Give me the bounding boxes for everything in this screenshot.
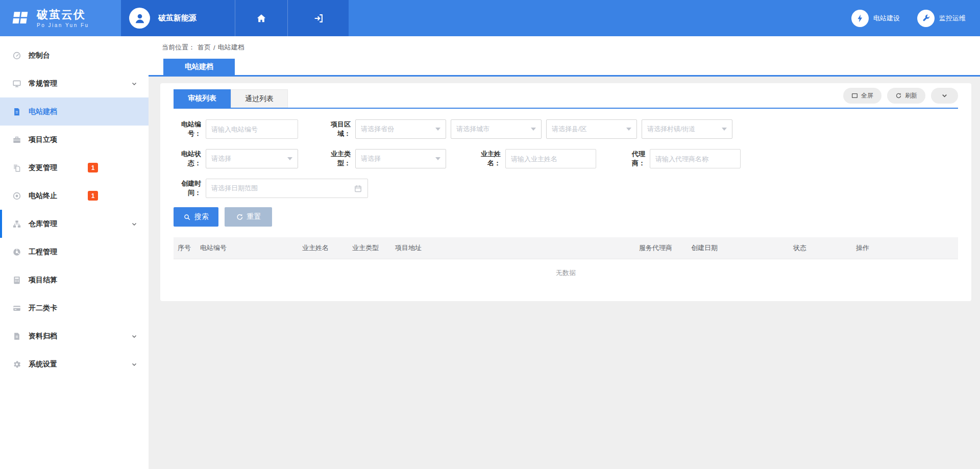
reset-button[interactable]: 重置 xyxy=(225,207,272,227)
logo-icon xyxy=(8,7,31,30)
dashboard-icon xyxy=(12,51,21,60)
home-icon xyxy=(256,13,267,24)
header-nav: 电站建设 监控运维 xyxy=(851,0,980,36)
nav-station-construction[interactable]: 电站建设 xyxy=(851,10,900,27)
caret-down-icon xyxy=(435,128,440,131)
table-header-row: 序号 电站编号 业主姓名 业主类型 项目地址 服务代理商 创建日期 状态 操作 xyxy=(174,237,958,259)
page-tab-strip: 电站建档 xyxy=(149,59,980,77)
station-status-select[interactable]: 请选择 xyxy=(206,149,298,168)
archive-icon xyxy=(12,332,21,341)
agent-input[interactable] xyxy=(650,149,741,168)
col-actions: 操作 xyxy=(852,237,958,259)
card-icon xyxy=(12,304,21,313)
refresh-icon xyxy=(895,92,902,99)
chevron-down-icon xyxy=(941,92,948,100)
agent-label: 代理商： xyxy=(621,150,650,168)
calculator-icon xyxy=(12,276,21,285)
sidebar-item-system-settings[interactable]: 系统设置 xyxy=(0,350,149,378)
empty-state-text: 无数据 xyxy=(174,259,958,287)
caret-down-icon xyxy=(626,128,631,131)
user-menu[interactable]: 破茧新能源 xyxy=(121,0,235,36)
station-status-label: 电站状态： xyxy=(174,150,206,168)
chevron-down-icon xyxy=(131,80,138,87)
owner-name-label: 业主姓名： xyxy=(471,150,505,168)
tab-approved-list[interactable]: 通过列表 xyxy=(231,89,288,108)
breadcrumb-home-link[interactable]: 首页 xyxy=(198,43,211,52)
owner-type-label: 业主类型： xyxy=(322,150,355,168)
sidebar-item-station-termination[interactable]: 电站终止 1 xyxy=(0,182,149,210)
breadcrumb-separator: / xyxy=(213,44,215,52)
sidebar-item-data-archive[interactable]: 资料归档 xyxy=(0,322,149,350)
region-label: 项目区域： xyxy=(322,120,355,138)
active-indicator xyxy=(0,210,2,238)
calendar-icon xyxy=(354,184,362,193)
station-no-input[interactable] xyxy=(206,119,298,139)
col-seq: 序号 xyxy=(174,237,196,259)
logout-button[interactable] xyxy=(287,0,349,36)
sidebar-item-project-initiation[interactable]: 项目立项 xyxy=(0,126,149,154)
results-table: 序号 电站编号 业主姓名 业主类型 项目地址 服务代理商 创建日期 状态 操作 xyxy=(174,237,958,259)
col-owner-name: 业主姓名 xyxy=(298,237,348,259)
town-select[interactable]: 请选择村镇/街道 xyxy=(642,119,732,139)
owner-name-input[interactable] xyxy=(505,149,596,168)
form-actions: 搜索 重置 xyxy=(174,207,958,227)
sidebar-item-engineering-management[interactable]: 工程管理 xyxy=(0,238,149,266)
app-header: 破茧云伏 Po Jian Yun Fu 破茧新能源 xyxy=(0,0,980,36)
collapse-button[interactable] xyxy=(931,88,958,104)
date-range-picker[interactable]: 请选择日期范围 xyxy=(206,179,368,198)
col-created-date: 创建日期 xyxy=(687,237,789,259)
province-select[interactable]: 请选择省份 xyxy=(355,119,446,139)
content-panel: 审核列表 通过列表 全屏 刷新 xyxy=(160,83,971,301)
nav-monitoring-ops[interactable]: 监控运维 xyxy=(917,10,966,27)
app-root: 破茧云伏 Po Jian Yun Fu 破茧新能源 xyxy=(0,0,980,469)
copy-icon xyxy=(12,163,21,172)
caret-down-icon xyxy=(722,128,727,131)
station-no-label: 电站编号： xyxy=(174,120,206,138)
panel-tab-row: 审核列表 通过列表 全屏 刷新 xyxy=(174,83,958,109)
page-tab-station-filing[interactable]: 电站建档 xyxy=(163,59,235,75)
logo-title: 破茧云伏 xyxy=(37,9,89,21)
caret-down-icon xyxy=(287,157,292,160)
company-name: 破茧新能源 xyxy=(158,13,197,23)
target-icon xyxy=(12,191,21,201)
search-icon xyxy=(183,213,191,221)
main-content: 当前位置： 首页 / 电站建档 电站建档 审核列表 通过列表 全屏 xyxy=(149,36,980,469)
breadcrumb-current: 电站建档 xyxy=(218,43,244,52)
chevron-down-icon xyxy=(131,333,138,340)
user-avatar-icon xyxy=(129,8,150,29)
panel-toolbar: 全屏 刷新 xyxy=(843,88,958,104)
gear-icon xyxy=(12,360,21,369)
sidebar-item-change-management[interactable]: 变更管理 1 xyxy=(0,154,149,182)
city-select[interactable]: 请选择城市 xyxy=(451,119,542,139)
caret-down-icon xyxy=(435,157,440,160)
sidebar-item-general-management[interactable]: 常规管理 xyxy=(0,69,149,97)
owner-type-select[interactable]: 请选择 xyxy=(355,149,446,168)
sidebar-item-project-settlement[interactable]: 项目结算 xyxy=(0,266,149,294)
reset-icon xyxy=(236,213,243,221)
sidebar-item-warehouse-management[interactable]: 仓库管理 xyxy=(0,210,149,238)
sidebar-item-station-filing[interactable]: 电站建档 xyxy=(0,97,149,126)
chevron-down-icon xyxy=(131,220,138,228)
sidebar-item-console[interactable]: 控制台 xyxy=(0,41,149,69)
fullscreen-button[interactable]: 全屏 xyxy=(843,88,881,104)
breadcrumb-prefix: 当前位置： xyxy=(162,43,195,52)
fullscreen-icon xyxy=(851,92,858,99)
lightning-icon xyxy=(851,10,869,27)
search-button[interactable]: 搜索 xyxy=(174,207,218,227)
breadcrumb: 当前位置： 首页 / 电站建档 xyxy=(149,36,980,59)
wrench-icon xyxy=(917,10,935,27)
logout-icon xyxy=(313,13,324,24)
monitor-icon xyxy=(12,79,21,88)
county-select[interactable]: 请选择县/区 xyxy=(546,119,637,139)
sidebar-item-open-class2-card[interactable]: 开二类卡 xyxy=(0,294,149,322)
col-status: 状态 xyxy=(789,237,852,259)
tab-review-list[interactable]: 审核列表 xyxy=(174,89,231,108)
col-service-agent: 服务代理商 xyxy=(635,237,687,259)
col-project-address: 项目地址 xyxy=(391,237,635,259)
search-filter-form: 电站编号： 项目区域： 请选择省份 请选择城市 xyxy=(174,119,958,227)
header-user-section: 破茧新能源 xyxy=(121,0,349,36)
col-station-no: 电站编号 xyxy=(196,237,298,259)
refresh-button[interactable]: 刷新 xyxy=(887,88,925,104)
home-button[interactable] xyxy=(235,0,287,36)
col-owner-type: 业主类型 xyxy=(348,237,391,259)
